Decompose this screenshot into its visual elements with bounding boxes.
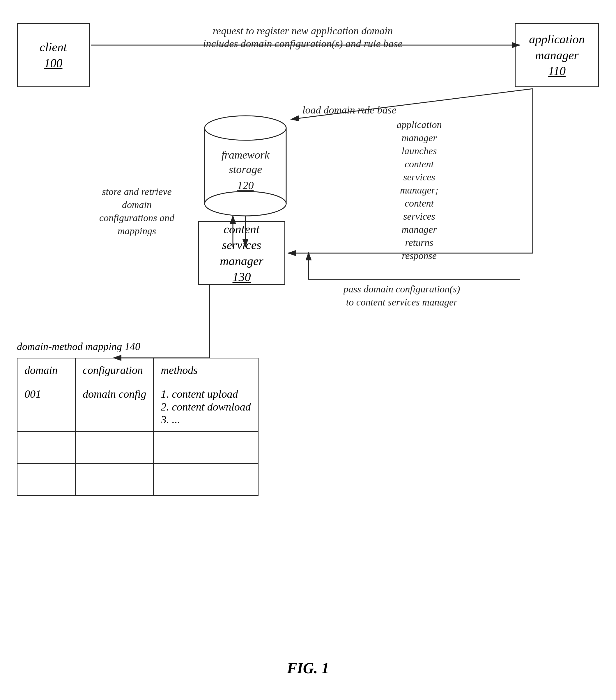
table-cell-empty	[17, 463, 75, 496]
table-cell-domain: 001	[17, 382, 75, 432]
table-cell-empty	[153, 463, 258, 496]
app-manager-number: 110	[548, 63, 566, 79]
table-cell-methods: 1. content upload2. content download3. .…	[153, 382, 258, 432]
table-row	[17, 463, 258, 496]
svg-line-3	[291, 89, 533, 119]
table-header-configuration: configuration	[75, 358, 153, 382]
svg-text:launches: launches	[402, 146, 437, 156]
svg-text:content: content	[405, 159, 434, 169]
table-row: 001 domain config 1. content upload2. co…	[17, 382, 258, 432]
client-box: client 100	[17, 23, 90, 87]
svg-text:request to register new applic: request to register new application doma…	[213, 25, 393, 37]
svg-text:storage: storage	[229, 163, 262, 175]
svg-text:manager: manager	[402, 133, 437, 143]
csm-label: contentservicesmanager	[220, 222, 263, 269]
app-manager-box: applicationmanager 110	[515, 23, 599, 87]
table-cell-empty	[75, 463, 153, 496]
svg-text:services: services	[403, 172, 435, 183]
svg-text:application: application	[397, 119, 442, 130]
svg-text:manager: manager	[402, 224, 437, 235]
csm-number: 130	[233, 269, 251, 285]
table-header-domain: domain	[17, 358, 75, 382]
svg-text:pass domain configuration(s): pass domain configuration(s)	[343, 284, 460, 295]
svg-text:services: services	[403, 211, 435, 222]
svg-text:domain: domain	[122, 199, 152, 210]
svg-text:manager;: manager;	[400, 185, 439, 196]
svg-text:mappings: mappings	[118, 225, 156, 236]
mapping-table: domain configuration methods 001 domain …	[17, 358, 259, 496]
svg-rect-4	[205, 128, 286, 204]
svg-text:framework: framework	[222, 149, 270, 161]
svg-text:load domain rule base: load domain rule base	[303, 104, 396, 116]
figure-caption: FIG. 1	[287, 660, 329, 677]
svg-point-5	[205, 116, 286, 140]
table-cell-empty	[17, 432, 75, 463]
mapping-label: domain-method mapping 140	[17, 340, 140, 353]
table-row	[17, 432, 258, 463]
table-cell-empty	[75, 432, 153, 463]
client-number: 100	[44, 55, 63, 71]
table-cell-config: domain config	[75, 382, 153, 432]
table-header-methods: methods	[153, 358, 258, 382]
svg-text:to content services manager: to content services manager	[346, 297, 458, 308]
csm-box: contentservicesmanager 130	[198, 221, 285, 285]
table-cell-empty	[153, 432, 258, 463]
svg-text:includes domain configuration(: includes domain configuration(s) and rul…	[203, 38, 403, 49]
svg-text:store and retrieve: store and retrieve	[102, 186, 171, 197]
diagram-container: client 100 applicationmanager 110 conten…	[0, 0, 616, 700]
svg-text:120: 120	[237, 179, 254, 191]
svg-text:content: content	[405, 198, 434, 209]
svg-text:returns: returns	[405, 237, 433, 248]
svg-point-6	[205, 191, 286, 216]
svg-text:configurations and: configurations and	[99, 212, 175, 223]
client-label: client	[40, 39, 67, 55]
app-manager-label: applicationmanager	[529, 32, 584, 63]
svg-text:response: response	[402, 250, 437, 261]
